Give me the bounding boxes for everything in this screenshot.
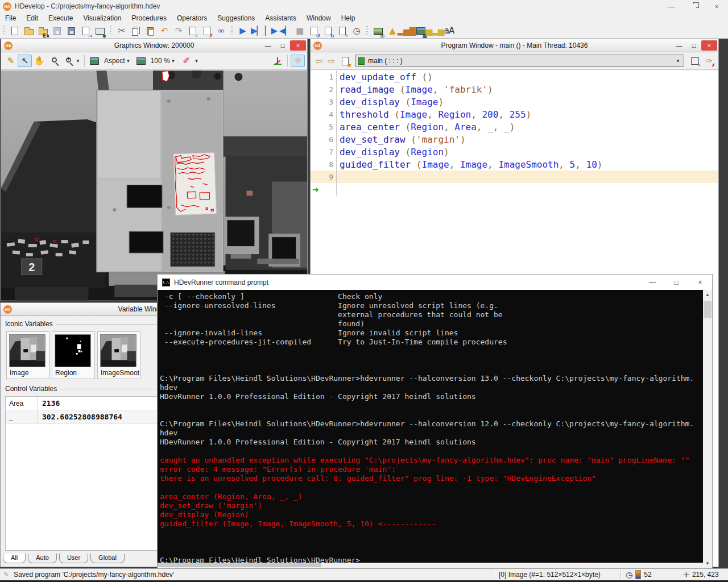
variable-tab-user[interactable]: User — [59, 554, 88, 563]
terminal-line — [160, 447, 703, 456]
scroll-up-icon[interactable]: ▲ — [703, 290, 712, 299]
restore-button[interactable] — [682, 0, 705, 13]
magnify-tool-icon[interactable] — [46, 55, 60, 67]
export-icon[interactable]: → — [78, 25, 93, 38]
edit-region-icon[interactable]: ✎ — [3, 55, 18, 67]
illumination-icon[interactable]: ☼ — [291, 55, 305, 67]
step-over-icon[interactable]: ▶▏ — [250, 25, 264, 38]
menu-assistants[interactable]: Assistants — [260, 13, 301, 23]
inspect-image-icon[interactable]: ◎ — [371, 25, 385, 38]
procedure-settings-button[interactable]: ≡ — [338, 55, 352, 67]
terminal-horizontal-scrollbar[interactable] — [158, 563, 703, 568]
aspect-select[interactable]: Aspect▼ — [102, 57, 134, 65]
graphics-minimize-button[interactable]: — — [260, 40, 275, 51]
menu-help[interactable]: Help — [336, 13, 361, 23]
code-line[interactable]: 6dev_set_draw ('margin') — [311, 133, 718, 146]
code-line[interactable]: 2read_image (Image, 'fabrik') — [311, 83, 718, 95]
graphics-window-titlebar[interactable]: HA Graphics Window: 200000 — □ × — [1, 39, 307, 52]
zoom-level-icon-icon[interactable] — [134, 55, 148, 67]
code-line[interactable]: 9 — [311, 171, 718, 183]
measure-assistant-icon[interactable]: ▅▂▅ — [428, 25, 442, 38]
open-example-icon[interactable]: Ex — [36, 25, 50, 38]
menu-visualization[interactable]: Visualization — [78, 13, 126, 23]
undo-icon[interactable]: ↶ — [157, 25, 171, 38]
code-line[interactable]: 4threshold (Image, Region, 200, 255) — [311, 108, 718, 120]
copy-icon[interactable] — [129, 25, 143, 38]
program-maximize-button[interactable]: □ — [686, 40, 701, 51]
code-line[interactable]: 5area_center (Region, Area, _, _) — [311, 120, 718, 133]
terminal-close-button[interactable]: × — [688, 275, 712, 290]
iconic-variable-region[interactable]: Region — [52, 331, 95, 379]
font-settings-icon[interactable]: aA — [442, 25, 456, 38]
reset-execution-icon[interactable]: ↺ — [307, 25, 321, 38]
terminal-maximize-button[interactable]: □ — [664, 275, 688, 290]
new-program-icon[interactable] — [7, 25, 22, 38]
menu-edit[interactable]: Edit — [21, 13, 43, 23]
redo-icon[interactable]: ↷ — [171, 25, 185, 38]
zoom-level-select[interactable]: 100 %▼ — [148, 57, 179, 65]
code-line[interactable]: 3dev_display (Image) — [311, 95, 718, 108]
minimize-button[interactable]: — — [660, 0, 682, 13]
feature-histogram-icon[interactable]: ▂▅▇ — [399, 25, 413, 38]
variable-tab-auto[interactable]: Auto — [28, 554, 57, 563]
line-number: 6 — [311, 133, 337, 146]
menu-operators[interactable]: Operators — [172, 13, 212, 23]
vertical-scroll-thumb[interactable] — [704, 301, 712, 318]
menu-execute[interactable]: Execute — [43, 13, 78, 23]
terminal-minimize-button[interactable]: — — [640, 275, 664, 290]
menu-procedures[interactable]: Procedures — [127, 13, 172, 23]
graphics-close-button[interactable]: × — [290, 40, 306, 51]
variable-tab-all[interactable]: All — [3, 554, 26, 563]
app-titlebar[interactable]: HA HDevelop - C:/projects/my-fancy-algor… — [0, 0, 728, 13]
edit-program-icon[interactable]: ✎ — [335, 25, 349, 38]
navigate-back-button[interactable]: ⇦ — [313, 56, 325, 66]
open-program-icon[interactable] — [22, 25, 36, 38]
reset-program-icon[interactable]: ↻ — [321, 25, 335, 38]
profiler-icon[interactable]: ◷ — [349, 25, 363, 38]
activate-line-icon[interactable]: ✓ — [185, 25, 200, 38]
save-icon[interactable] — [50, 25, 64, 38]
adapt-aspect-icon-icon[interactable] — [88, 55, 102, 67]
pan-tool-icon[interactable]: ✋ — [32, 55, 46, 67]
program-window-titlebar[interactable]: HA Program Window - main () - Main Threa… — [311, 39, 718, 52]
code-line[interactable]: 8guided_filter (Image, Image, ImageSmoot… — [311, 158, 718, 171]
cut-icon[interactable]: ✂ — [114, 25, 129, 38]
reset-visualization-icon[interactable]: ✐ — [179, 55, 193, 67]
run-icon[interactable]: ▶ — [235, 25, 250, 38]
graphics-canvas[interactable]: 2 — [1, 70, 307, 301]
terminal-output[interactable]: -c [ --checkonly ] Check only --ignore-u… — [158, 290, 703, 568]
scroll-down-icon[interactable]: ▼ — [703, 559, 712, 568]
horizontal-scroll-thumb[interactable] — [158, 563, 321, 567]
step-out-icon[interactable]: ◀▏ — [278, 25, 292, 38]
save-as-icon[interactable] — [64, 25, 78, 38]
select-tool-icon[interactable]: ↖ — [18, 55, 32, 67]
3d-plot-icon[interactable] — [270, 55, 284, 67]
zoom-in-tool-icon[interactable] — [60, 55, 75, 67]
code-line[interactable]: 1dev_update_off () — [311, 70, 718, 83]
clear-procedure-button[interactable]: ✑✗ — [702, 55, 716, 67]
code-line[interactable]: 7dev_display (Region) — [311, 146, 718, 158]
deactivate-line-icon[interactable]: ✗ — [200, 25, 214, 38]
close-button[interactable]: × — [705, 0, 728, 13]
menu-suggestions[interactable]: Suggestions — [212, 13, 260, 23]
variable-tab-global[interactable]: Global — [90, 554, 125, 563]
terminal-vertical-scrollbar[interactable]: ▲ ▼ — [703, 290, 712, 568]
code-line[interactable]: ➜ — [311, 183, 718, 196]
edit-interface-button[interactable]: ✎ — [688, 55, 702, 67]
navigate-forward-button[interactable]: ⇨ — [325, 56, 338, 66]
image-acquisition-icon[interactable]: ◆ — [93, 25, 107, 38]
find-icon[interactable]: ∞ — [214, 25, 228, 38]
iconic-variable-imagesmoot[interactable]: ImageSmoot — [97, 331, 140, 379]
program-minimize-button[interactable]: — — [672, 40, 686, 51]
step-into-icon[interactable]: ▏▶ — [264, 25, 278, 38]
graphics-maximize-button[interactable]: □ — [275, 40, 290, 51]
paste-icon[interactable] — [143, 25, 157, 38]
hdevelop-logo-icon: HA — [3, 2, 11, 11]
menu-window[interactable]: Window — [301, 13, 336, 23]
terminal-titlebar[interactable]: C:\ HDevRunner command prompt — □ × — [158, 275, 712, 290]
menu-file[interactable]: File — [0, 13, 21, 23]
procedure-combo[interactable]: main ( : : : ) ▼ — [355, 55, 684, 67]
stop-icon[interactable]: ■ — [292, 25, 307, 38]
program-close-button[interactable]: × — [701, 40, 717, 51]
iconic-variable-image[interactable]: Image — [6, 331, 49, 379]
